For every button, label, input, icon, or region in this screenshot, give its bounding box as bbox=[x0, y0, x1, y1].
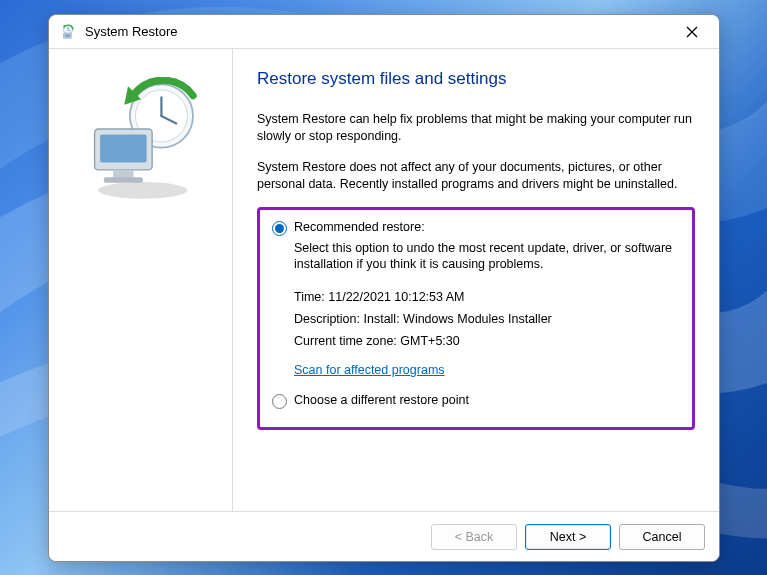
close-button[interactable] bbox=[673, 20, 711, 44]
scan-affected-programs-link[interactable]: Scan for affected programs bbox=[294, 363, 445, 377]
wizard-body: Restore system files and settings System… bbox=[49, 49, 719, 511]
recommended-restore-option[interactable]: Recommended restore: bbox=[272, 220, 678, 236]
wizard-content: Restore system files and settings System… bbox=[233, 49, 719, 511]
different-restore-radio[interactable] bbox=[272, 394, 287, 409]
different-restore-label: Choose a different restore point bbox=[294, 393, 469, 407]
wizard-sidebar bbox=[49, 49, 233, 511]
cancel-button[interactable]: Cancel bbox=[619, 524, 705, 550]
system-restore-wizard-window: System Restore Restore system files and … bbox=[48, 14, 720, 562]
intro-paragraph-2: System Restore does not affect any of yo… bbox=[257, 159, 695, 193]
svg-point-4 bbox=[98, 182, 187, 199]
intro-paragraph-1: System Restore can help fix problems tha… bbox=[257, 111, 695, 145]
restore-artwork-icon bbox=[76, 77, 206, 207]
page-heading: Restore system files and settings bbox=[257, 69, 695, 89]
svg-rect-12 bbox=[113, 170, 133, 178]
svg-rect-11 bbox=[100, 135, 146, 163]
detail-description: Description:Install: Windows Modules Ins… bbox=[294, 309, 678, 331]
titlebar: System Restore bbox=[49, 15, 719, 49]
system-restore-icon bbox=[59, 23, 77, 41]
svg-rect-3 bbox=[65, 34, 71, 37]
detail-time: Time:11/22/2021 10:12:53 AM bbox=[294, 287, 678, 309]
recommended-restore-radio[interactable] bbox=[272, 221, 287, 236]
restore-options-group: Recommended restore: Select this option … bbox=[257, 207, 695, 430]
next-button[interactable]: Next > bbox=[525, 524, 611, 550]
back-button: < Back bbox=[431, 524, 517, 550]
window-title: System Restore bbox=[85, 24, 673, 39]
recommended-restore-description: Select this option to undo the most rece… bbox=[294, 240, 678, 274]
recommended-restore-label: Recommended restore: bbox=[294, 220, 425, 234]
detail-timezone: Current time zone:GMT+5:30 bbox=[294, 331, 678, 353]
restore-point-details: Time:11/22/2021 10:12:53 AM Description:… bbox=[294, 287, 678, 353]
svg-rect-13 bbox=[103, 177, 142, 183]
wizard-footer: < Back Next > Cancel bbox=[49, 511, 719, 561]
different-restore-option[interactable]: Choose a different restore point bbox=[272, 393, 678, 409]
